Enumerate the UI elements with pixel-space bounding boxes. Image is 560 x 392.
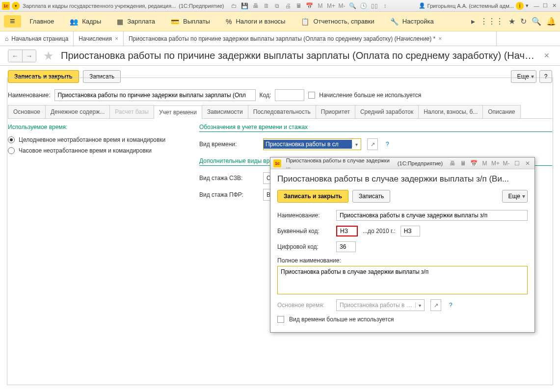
info-icon[interactable]: i (516, 2, 524, 10)
close-button[interactable]: ✕ (550, 2, 558, 9)
calendar-icon[interactable]: 📅 (306, 2, 314, 10)
dialog-name-row: Наименование: (277, 208, 528, 223)
tab-home[interactable]: ⌂ Начальная страница (0, 31, 74, 46)
menu-hr[interactable]: 👥Кадры (63, 16, 108, 27)
history-icon[interactable]: ↻ (520, 17, 527, 26)
bell-icon[interactable]: 🔔 (546, 17, 556, 26)
wallet-icon: 💳 (171, 18, 179, 26)
folder-icon[interactable]: 🗀 (230, 2, 238, 10)
save-close-button[interactable]: Записать и закрыть (8, 70, 79, 83)
back-button[interactable]: ← (8, 50, 22, 62)
dialog-digit-code-input[interactable] (336, 241, 356, 252)
dialog-more-button[interactable]: Еще (502, 190, 528, 203)
dropdown-icon[interactable]: ▾ (352, 142, 361, 147)
more-button[interactable]: Еще (511, 70, 536, 83)
m-minus-icon[interactable]: M- (338, 2, 346, 10)
apps-icon[interactable]: ⋮⋮⋮ (480, 17, 504, 26)
compare-icon[interactable]: ⧉ (273, 2, 281, 10)
menu-main[interactable]: Главное (23, 16, 61, 27)
radio-hourly[interactable]: Часовое неотработанное время и командиро… (8, 145, 185, 156)
time-type-select[interactable]: Приостановка работы в сл ▾ (263, 138, 361, 150)
tab-deps[interactable]: Зависимости (202, 105, 248, 118)
clock-icon[interactable]: 🕓 (360, 2, 368, 10)
dialog-close[interactable]: ✕ (524, 159, 532, 167)
m-minus-icon[interactable]: M- (502, 159, 510, 167)
maximize-button[interactable]: ☐ (541, 2, 549, 9)
titlebar-toolbar: 🗀 💾 🖶 🗎 ⧉ 🖨 🖩 📅 M M+ M- 🔍 🕓 ▯▯ ↕ (230, 2, 389, 10)
search-icon[interactable]: 🔍 (532, 17, 541, 26)
zoom-in-icon[interactable]: 🔍 (349, 2, 357, 10)
m-plus-icon[interactable]: M+ (491, 159, 499, 167)
dialog-save-close-button[interactable]: Записать и закрыть (277, 190, 348, 203)
m-icon[interactable]: M (317, 2, 324, 10)
dialog-titlebar: 1c Приостановка работы в случае задержки… (270, 157, 534, 169)
help-icon[interactable]: ? (449, 302, 453, 309)
tab-taxes[interactable]: Налоги, взносы, б... (418, 105, 483, 118)
tab-priority[interactable]: Приоритет (316, 105, 355, 118)
tab-money[interactable]: Денежное содерж... (45, 105, 110, 118)
close-icon[interactable]: × (115, 35, 118, 42)
print-icon[interactable]: 🖶 (252, 2, 260, 10)
minimize-button[interactable]: — (533, 2, 540, 9)
tab-current-label: Приостановка работы по причине задержки … (129, 35, 435, 42)
calc-icon[interactable]: 🖩 (295, 2, 303, 10)
menu-hamburger[interactable]: ≡ (4, 15, 21, 27)
dialog-fullname-label: Полное наименование: (277, 257, 528, 264)
m-icon[interactable]: M (481, 159, 489, 167)
open-button[interactable]: ↗ (367, 138, 378, 150)
dialog-fullname-input[interactable] (277, 266, 528, 294)
favorite-icon[interactable]: ★ (43, 49, 54, 63)
help-icon[interactable]: ? (386, 141, 389, 148)
menu-settings[interactable]: 🔧Настройка (383, 16, 441, 27)
open-button[interactable]: ↗ (430, 299, 441, 311)
tab-basic[interactable]: Основное (8, 105, 46, 118)
dropdown-icon[interactable]: ▾ (12, 2, 20, 10)
menu-payouts[interactable]: 💳Выплаты (164, 16, 217, 27)
preview-icon[interactable]: 🗎 (263, 2, 270, 10)
save-button[interactable]: Записать (83, 70, 121, 83)
menu-reports[interactable]: 📋Отчетность, справки (294, 16, 381, 27)
dialog-letter-code-input[interactable] (336, 226, 358, 236)
time-type-row: Вид времени: Приостановка работы в сл ▾ … (199, 136, 552, 153)
name-input[interactable] (54, 89, 256, 101)
dialog-name-input[interactable] (336, 210, 528, 221)
menu-right-tools: ▸ ⋮⋮⋮ ★ ↻ 🔍 🔔 (471, 17, 556, 26)
menu-salary[interactable]: ▦Зарплата (110, 16, 162, 27)
tab-time[interactable]: Учет времени (154, 105, 202, 119)
app-logo-icon: 1c (2, 2, 10, 10)
cursor-icon[interactable]: ↕ (381, 2, 389, 10)
dialog-notused-checkbox[interactable] (277, 316, 284, 323)
menu-taxes[interactable]: %Налоги и взносы (219, 16, 293, 27)
m-plus-icon[interactable]: M+ (327, 2, 335, 10)
dialog-save-button[interactable]: Записать (352, 190, 390, 203)
tab-current[interactable]: Приостановка работы по причине задержки … (124, 31, 497, 46)
tab-avg[interactable]: Средний заработок (355, 105, 419, 118)
tab-accruals[interactable]: Начисления × (74, 31, 124, 46)
tab-seq[interactable]: Последовательность (248, 105, 316, 118)
calc-icon[interactable]: 🖩 (459, 159, 467, 167)
code-input[interactable] (275, 89, 304, 101)
dialog-name-label: Наименование: (277, 212, 331, 219)
dialog-maximize[interactable]: ☐ (513, 159, 521, 167)
people-icon: 👥 (70, 18, 78, 26)
star-icon[interactable]: ★ (508, 17, 515, 26)
calendar-icon[interactable]: 📅 (470, 159, 478, 167)
panels-icon[interactable]: ▯▯ (371, 2, 378, 10)
percent-icon: % (226, 18, 232, 26)
print-icon[interactable]: 🖶 (449, 159, 456, 167)
help-button[interactable]: ? (539, 70, 552, 83)
tab-desc[interactable]: Описание (482, 105, 520, 118)
forward-button[interactable]: → (22, 50, 36, 62)
app-title: Зарплата и кадры государственного учрежд… (23, 3, 176, 9)
not-used-checkbox[interactable] (308, 92, 315, 99)
info-dropdown-icon[interactable]: ▾ (526, 2, 529, 9)
user-label[interactable]: 👤 Григорьянц А.А. (системный адм... i ▾ (419, 2, 529, 10)
play-icon[interactable]: ▸ (471, 17, 475, 26)
dialog-until2010-input[interactable] (400, 226, 420, 236)
close-icon[interactable]: × (438, 35, 442, 42)
save-icon[interactable]: 💾 (241, 2, 249, 10)
action-bar: Записать и закрыть Записать Еще ? (0, 66, 560, 87)
radio-fullday[interactable]: Целодневное неотработанное время и коман… (8, 134, 185, 145)
print2-icon[interactable]: 🖨 (284, 2, 292, 10)
close-page-button[interactable]: × (541, 51, 552, 61)
